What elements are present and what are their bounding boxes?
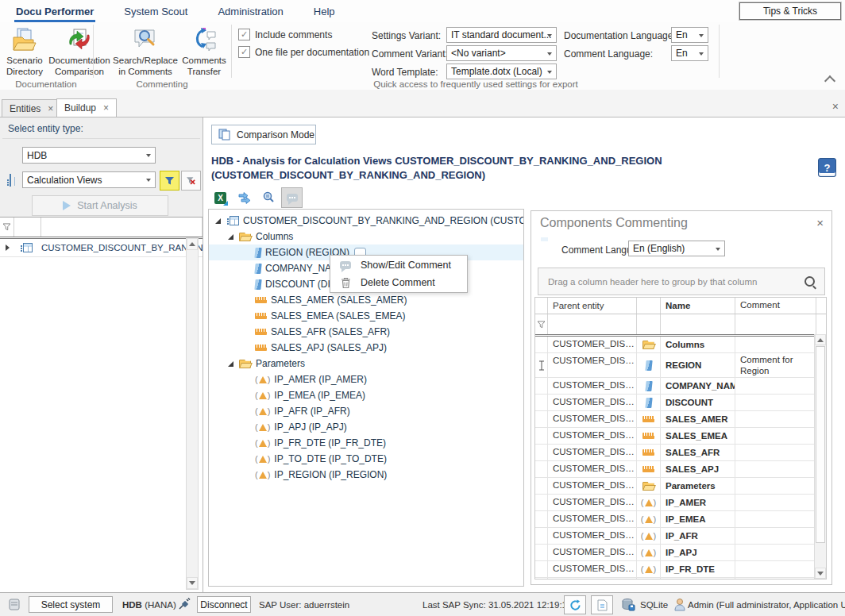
expanded-icon[interactable] xyxy=(215,218,221,224)
grid-row-ip-apj[interactable]: CUSTOMER_DISCOUNT_BY_RANKING_AND_REGION … xyxy=(535,545,826,561)
tree-item-parameters[interactable]: Parameters xyxy=(209,356,523,372)
grid-row-ip-to-dte[interactable]: CUSTOMER_DISCOUNT_BY_RANKING_AND_REGION … xyxy=(535,578,826,579)
tree-item-sales-afr[interactable]: SALES_AFR (SALES_AFR) xyxy=(209,324,523,340)
grid-row-sales-apj[interactable]: CUSTOMER_DISCOUNT_BY_RANKING_AND_REGION … xyxy=(535,461,826,478)
refresh-button[interactable] xyxy=(564,595,586,614)
search-icon[interactable] xyxy=(804,276,815,287)
search-button[interactable] xyxy=(257,187,279,208)
tree-item-ip-amer[interactable]: () IP_AMER (IP_AMER) xyxy=(209,372,523,387)
header-parent-entity[interactable]: Parent entity xyxy=(548,298,637,314)
scroll-down-button[interactable] xyxy=(187,577,198,589)
header-icon-col[interactable] xyxy=(637,298,661,314)
panel-comment-language-select[interactable]: En (English) xyxy=(628,241,725,256)
calc-view-icon xyxy=(23,243,33,252)
grid-row-ip-afr[interactable]: CUSTOMER_DISCOUNT_BY_RANKING_AND_REGION … xyxy=(535,528,826,545)
search-replace-icon xyxy=(133,27,158,52)
filter-cell[interactable] xyxy=(637,314,661,334)
comments-toggle-button[interactable] xyxy=(281,187,303,208)
collapse-ribbon-icon[interactable] xyxy=(824,75,835,87)
tips-and-tricks-button[interactable]: Tips & Tricks xyxy=(739,2,841,20)
header-name[interactable]: Name xyxy=(661,298,735,314)
documentation-comparison-button[interactable]: Documentation Comparison xyxy=(48,27,111,78)
settings-variant-select[interactable]: IT standard document... xyxy=(446,27,557,43)
tree-item-root[interactable]: CUSTOMER_DISCOUNT_BY_RANKING_AND_REGION … xyxy=(209,213,523,229)
tab-buildup[interactable]: Buildup xyxy=(56,98,117,117)
entity-row[interactable]: CUSTOMER_DISCOUNT_BY_RANKING_AND_REGION … xyxy=(0,239,203,257)
start-analysis-button[interactable]: Start Analysis xyxy=(32,195,168,216)
tree-item-columns[interactable]: Columns xyxy=(209,229,523,244)
tree-item-ip-afr[interactable]: () IP_AFR (IP_AFR) xyxy=(209,403,523,419)
comment-language-label: Comment Language: xyxy=(564,48,653,60)
tree-item-ip-to-dte[interactable]: () IP_TO_DTE (IP_TO_DTE) xyxy=(209,451,523,467)
filter-button[interactable] xyxy=(160,171,179,191)
grid-row-company-name[interactable]: CUSTOMER_DISCOUNT_BY_RANKING_AND_REGION … xyxy=(535,378,826,395)
scroll-thumb[interactable] xyxy=(816,346,825,543)
grid-row-sales-afr[interactable]: CUSTOMER_DISCOUNT_BY_RANKING_AND_REGION … xyxy=(535,445,826,461)
comment-language-select[interactable]: En xyxy=(671,45,708,61)
tree-item-ip-region[interactable]: () IP_REGION (IP_REGION) xyxy=(209,467,523,483)
filter-cell[interactable] xyxy=(735,314,816,334)
grid-filter-row[interactable] xyxy=(0,218,203,239)
entity-type-select[interactable]: Calculation Views xyxy=(22,171,156,188)
comments-transfer-button[interactable]: Comments Transfer xyxy=(179,27,229,78)
tree-item-sales-emea[interactable]: SALES_EMEA (SALES_EMEA) xyxy=(209,308,523,324)
tree-item-sales-amer[interactable]: SALES_AMER (SALES_AMER) xyxy=(209,292,523,308)
comments-grid-scrollbar[interactable] xyxy=(814,334,826,579)
search-replace-comments-button[interactable]: Search/Replace in Comments xyxy=(111,27,179,78)
menu-item-show-edit-comment[interactable]: Show/Edit Comment xyxy=(330,256,467,274)
grid-row-ip-emea[interactable]: CUSTOMER_DISCOUNT_BY_RANKING_AND_REGION … xyxy=(535,511,826,528)
tab-entities[interactable]: Entities xyxy=(2,99,61,117)
grid-row-ip-amer[interactable]: CUSTOMER_DISCOUNT_BY_RANKING_AND_REGION … xyxy=(535,495,826,511)
tree-item-sales-apj[interactable]: SALES_APJ (SALES_APJ) xyxy=(209,340,523,356)
filter-row-icon xyxy=(3,223,10,231)
scroll-up-button[interactable] xyxy=(187,238,198,250)
scenario-directory-button[interactable]: Scenario Directory xyxy=(2,27,48,78)
export-excel-button[interactable]: X xyxy=(210,187,231,208)
grid-row-discount[interactable]: CUSTOMER_DISCOUNT_BY_RANKING_AND_REGION … xyxy=(535,395,826,411)
filter-cell[interactable] xyxy=(14,218,41,237)
word-template-select[interactable]: Template.dotx (Local) xyxy=(446,64,557,79)
filter-cell[interactable] xyxy=(41,218,203,237)
menu-docu-performer[interactable]: Docu Performer xyxy=(14,3,95,20)
grid-filter-row[interactable] xyxy=(535,314,826,337)
documentation-language-select[interactable]: En xyxy=(671,27,708,43)
close-panel-button[interactable] xyxy=(816,216,824,229)
header-comment[interactable]: Comment xyxy=(735,298,816,314)
help-icon[interactable]: ? xyxy=(818,158,836,177)
grid-row-sales-amer[interactable]: CUSTOMER_DISCOUNT_BY_RANKING_AND_REGION … xyxy=(535,411,826,428)
tree-item-ip-emea[interactable]: () IP_EMEA (IP_EMEA) xyxy=(209,387,523,403)
grid-row-sales-emea[interactable]: CUSTOMER_DISCOUNT_BY_RANKING_AND_REGION … xyxy=(535,428,826,445)
close-tab-icon[interactable] xyxy=(103,103,109,113)
tree-item-ip-apj[interactable]: () IP_APJ (IP_APJ) xyxy=(209,419,523,435)
transfer-button[interactable] xyxy=(233,187,255,208)
one-file-checkbox[interactable] xyxy=(238,46,250,58)
grid-row-region[interactable]: CUSTOMER_DISCOUNT_BY_RANKING_AND_REGION … xyxy=(535,353,826,378)
menu-administration[interactable]: Administration xyxy=(216,3,284,20)
menu-help[interactable]: Help xyxy=(312,3,337,20)
clear-filter-button[interactable] xyxy=(181,171,201,191)
scroll-down-button[interactable] xyxy=(815,568,826,579)
attribute-icon xyxy=(645,398,652,408)
include-comments-checkbox[interactable] xyxy=(238,29,250,40)
close-tabgroup-button[interactable] xyxy=(832,101,839,113)
select-system-button[interactable]: Select system xyxy=(29,596,113,613)
comment-variant-select[interactable]: <No variant> xyxy=(446,45,557,61)
scroll-up-button[interactable] xyxy=(815,334,826,345)
menu-system-scout[interactable]: System Scout xyxy=(122,3,189,20)
filter-cell[interactable] xyxy=(548,314,637,334)
disconnect-button[interactable]: Disconnect xyxy=(197,596,251,613)
grid-row-ip-fr-dte[interactable]: CUSTOMER_DISCOUNT_BY_RANKING_AND_REGION … xyxy=(535,561,826,578)
comparison-mode-button[interactable]: Comparison Mode xyxy=(211,125,316,144)
system-select[interactable]: HDB xyxy=(22,147,156,164)
document-sync-button[interactable] xyxy=(591,595,613,614)
tree-item-ip-fr-dte[interactable]: () IP_FR_DTE (IP_FR_DTE) xyxy=(209,435,523,451)
close-tab-icon[interactable] xyxy=(48,104,53,114)
grid-row-columns[interactable]: CUSTOMER_DISCOUNT_BY_RANKING_AND_REGION … xyxy=(535,337,826,353)
grid-row-parameters[interactable]: CUSTOMER_DISCOUNT_BY_RANKING_AND_REGION … xyxy=(535,478,826,495)
filter-cell[interactable] xyxy=(661,314,735,334)
expanded-icon[interactable] xyxy=(228,361,233,367)
group-by-box[interactable]: Drag a column header here to group by th… xyxy=(538,268,825,295)
menu-item-delete-comment[interactable]: Delete Comment xyxy=(330,274,467,291)
left-grid-scrollbar[interactable] xyxy=(186,237,199,590)
expanded-icon[interactable] xyxy=(228,234,233,240)
